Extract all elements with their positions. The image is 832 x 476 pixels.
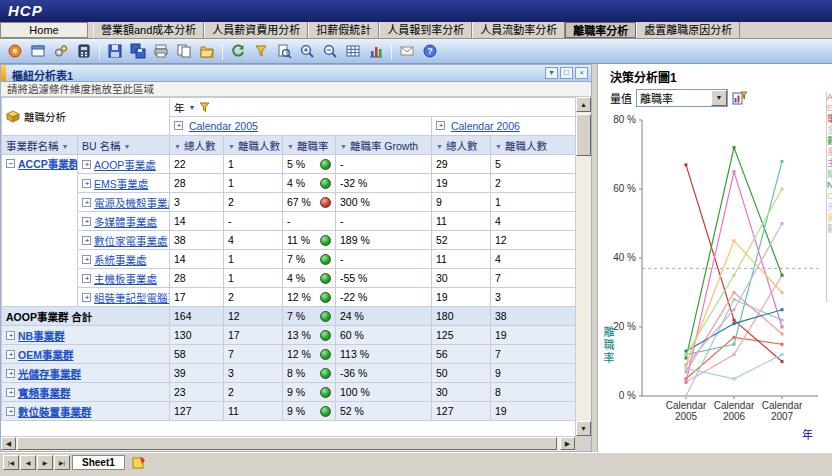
expand-group-icon[interactable]: + bbox=[6, 388, 15, 397]
measure-header-attr-2006[interactable]: ▼離職人數 bbox=[491, 136, 576, 155]
bu-link[interactable]: 多媒體事業處 bbox=[94, 216, 157, 228]
filter-dropdown-icon[interactable]: ▼ bbox=[189, 104, 196, 111]
expand-group-icon[interactable]: + bbox=[6, 350, 15, 359]
zoom-page-button[interactable] bbox=[273, 41, 295, 62]
expand-bu-icon[interactable]: + bbox=[82, 160, 91, 169]
chart-button[interactable] bbox=[365, 41, 387, 62]
expand-column-icon[interactable]: + bbox=[436, 121, 445, 130]
save-all-button[interactable] bbox=[127, 41, 149, 62]
measure-dropdown-icon[interactable]: ▼ bbox=[711, 90, 727, 106]
zoom-in-button[interactable] bbox=[296, 41, 318, 62]
vertical-scroll-thumb[interactable] bbox=[576, 114, 591, 156]
maximize-panel-icon[interactable]: □ bbox=[560, 67, 573, 79]
tab-人員薪資費用分析[interactable]: 人員薪資費用分析 bbox=[204, 22, 308, 38]
bu-link[interactable]: 組裝筆記型電腦事業處 bbox=[94, 292, 170, 304]
bu-link[interactable]: 系統事業處 bbox=[94, 254, 147, 266]
group-link[interactable]: NB事業群 bbox=[18, 330, 65, 342]
bu-link[interactable]: 電源及機殼事業處 bbox=[94, 197, 170, 209]
collapse-panel-icon[interactable]: ▾ bbox=[545, 67, 558, 79]
collapse-group-icon[interactable]: − bbox=[6, 159, 15, 168]
folder-open-button[interactable] bbox=[196, 41, 218, 62]
mail-button[interactable] bbox=[396, 41, 418, 62]
scroll-left-button[interactable]: ◀ bbox=[1, 437, 16, 450]
measure-select[interactable]: 離職率 ▼ bbox=[636, 89, 728, 107]
chart-point bbox=[685, 163, 688, 166]
new-window-button[interactable] bbox=[27, 41, 49, 62]
group-link[interactable]: 寬頻事業群 bbox=[18, 387, 71, 399]
bu-link[interactable]: 主機板事業處 bbox=[94, 273, 157, 285]
chart-settings-icon[interactable] bbox=[732, 90, 748, 106]
bu-link[interactable]: 數位家電事業處 bbox=[94, 235, 168, 247]
tab-strip: 營業額and成本分析人員薪資費用分析扣薪假統計人員報到率分析人員流動率分析離職率… bbox=[93, 22, 740, 38]
refresh-button[interactable] bbox=[227, 41, 249, 62]
measure-header-rate-2005[interactable]: ▼離職率 bbox=[283, 136, 336, 155]
filter-drop-zone[interactable]: 請將過濾條件維度拖放至此區域 bbox=[1, 82, 591, 97]
expand-bu-icon[interactable]: + bbox=[82, 236, 91, 245]
expand-column-icon[interactable]: + bbox=[174, 121, 183, 130]
expand-bu-icon[interactable]: + bbox=[82, 274, 91, 283]
expand-group-icon[interactable]: + bbox=[6, 331, 15, 340]
scrollbar-corner bbox=[575, 436, 591, 451]
solver-button[interactable] bbox=[73, 41, 95, 62]
column-group-link[interactable]: Calendar 2006 bbox=[451, 120, 520, 132]
pivot-panel-header[interactable]: 樞紐分析表1 ▾ □ × bbox=[1, 65, 591, 82]
print-button[interactable] bbox=[150, 41, 172, 62]
tab-處置離職原因分析[interactable]: 處置離職原因分析 bbox=[636, 22, 740, 38]
filter-funnel-icon[interactable] bbox=[199, 102, 210, 113]
chart-point bbox=[685, 357, 688, 360]
row-header-group[interactable]: 事業群名稱▼ bbox=[2, 136, 78, 155]
expand-group-icon[interactable]: + bbox=[6, 369, 15, 378]
row-header-bu[interactable]: BU 名稱▼ bbox=[78, 136, 170, 155]
scroll-down-button[interactable]: ▼ bbox=[576, 421, 591, 436]
new-sheet-icon[interactable] bbox=[132, 456, 146, 469]
zoom-out-button[interactable] bbox=[319, 41, 341, 62]
sheet-tab[interactable]: Sheet1 bbox=[72, 455, 125, 470]
copy-button[interactable] bbox=[173, 41, 195, 62]
expand-bu-icon[interactable]: + bbox=[82, 255, 91, 264]
expand-bu-icon[interactable]: + bbox=[82, 217, 91, 226]
tab-人員流動率分析[interactable]: 人員流動率分析 bbox=[472, 22, 565, 38]
group-link[interactable]: ACCP事業群 bbox=[18, 158, 78, 170]
measure-header-attr-2005[interactable]: ▼離職人數 bbox=[224, 136, 283, 155]
tab-home[interactable]: Home bbox=[0, 22, 88, 38]
sheet-last-button[interactable]: ▶| bbox=[54, 455, 70, 470]
vertical-scrollbar[interactable]: ▲ ▼ bbox=[575, 97, 591, 436]
measure-header-total-2005[interactable]: ▼總人數 bbox=[170, 136, 224, 155]
expand-group-icon[interactable]: + bbox=[6, 407, 15, 416]
measure-header-total-2006[interactable]: ▼總人數 bbox=[432, 136, 491, 155]
bu-link[interactable]: AOOP事業處 bbox=[94, 159, 156, 171]
group-link[interactable]: 數位裝置事業群 bbox=[18, 406, 92, 418]
tab-離職率分析[interactable]: 離職率分析 bbox=[565, 22, 636, 38]
group-link[interactable]: 光儲存事業群 bbox=[18, 368, 81, 380]
column-filter-cell[interactable]: 年 ▼ bbox=[170, 98, 576, 117]
sheet-next-button[interactable]: ▶ bbox=[37, 455, 53, 470]
scroll-right-button[interactable]: ▶ bbox=[560, 437, 575, 450]
column-group-2005[interactable]: + Calendar 2005 bbox=[170, 117, 432, 136]
gears-button[interactable] bbox=[50, 41, 72, 62]
close-panel-icon[interactable]: × bbox=[575, 67, 588, 79]
pivot-data-row: +EMS事業處2814 %-32 %192 bbox=[2, 174, 576, 193]
tab-營業額and成本分析[interactable]: 營業額and成本分析 bbox=[93, 22, 204, 38]
bu-link[interactable]: EMS事業處 bbox=[94, 178, 148, 190]
status-light-green-icon bbox=[320, 159, 331, 170]
horizontal-scroll-thumb[interactable] bbox=[17, 437, 557, 450]
filter-button[interactable] bbox=[250, 41, 272, 62]
sheet-first-button[interactable]: |◀ bbox=[3, 455, 19, 470]
help-button[interactable]: ? bbox=[419, 41, 441, 62]
column-group-link[interactable]: Calendar 2005 bbox=[189, 120, 258, 132]
group-link[interactable]: OEM事業群 bbox=[18, 349, 73, 361]
scroll-up-button[interactable]: ▲ bbox=[576, 97, 591, 112]
tab-人員報到率分析[interactable]: 人員報到率分析 bbox=[379, 22, 472, 38]
expand-bu-icon[interactable]: + bbox=[82, 198, 91, 207]
measure-header-rate-growth[interactable]: ▼離職率 Growth bbox=[336, 136, 432, 155]
table-button[interactable] bbox=[342, 41, 364, 62]
tab-扣薪假統計[interactable]: 扣薪假統計 bbox=[308, 22, 379, 38]
cube-icon bbox=[6, 110, 20, 123]
save-button[interactable] bbox=[104, 41, 126, 62]
connect-button[interactable] bbox=[4, 41, 26, 62]
horizontal-scrollbar[interactable]: ◀ ▶ bbox=[1, 436, 575, 451]
column-group-2006[interactable]: + Calendar 2006 bbox=[432, 117, 576, 136]
sheet-prev-button[interactable]: ◀ bbox=[20, 455, 36, 470]
expand-bu-icon[interactable]: + bbox=[82, 179, 91, 188]
expand-bu-icon[interactable]: + bbox=[82, 293, 91, 302]
